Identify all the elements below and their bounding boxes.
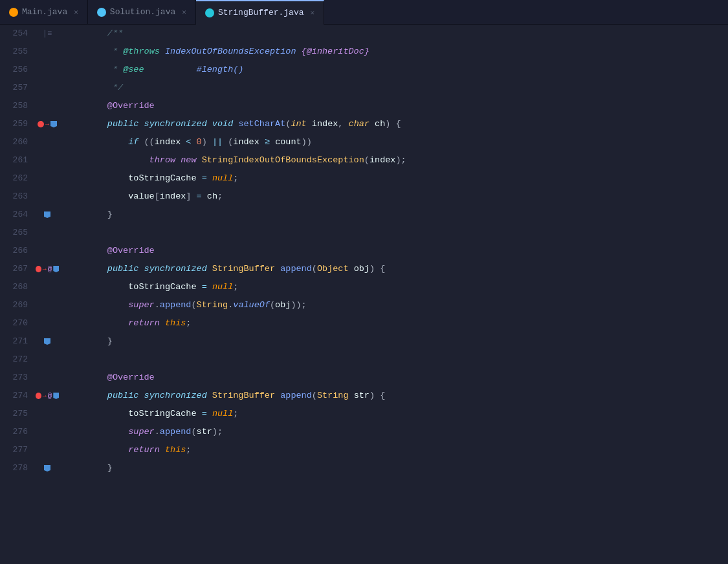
code-line-276: super.append(str); (59, 423, 728, 441)
code-token: ( (312, 260, 317, 278)
line-num-270: 270 (0, 314, 28, 332)
code-token: ( (223, 133, 233, 151)
code-token: obj (275, 296, 291, 314)
line-num-258: 258 (0, 97, 28, 115)
bookmark-278[interactable] (44, 465, 50, 472)
code-token: append (280, 260, 312, 278)
gutter-255 (36, 43, 59, 61)
code-line-277: return this; (59, 441, 728, 459)
code-token: index (155, 133, 181, 151)
code-line-255: * @throws IndexOutOfBoundsException {@in… (59, 43, 728, 61)
gutter-254: |≡ (36, 25, 59, 43)
code-token: StringBuffer (212, 260, 275, 278)
gutter-267: → @ (36, 260, 59, 278)
bookmark-267[interactable] (53, 266, 59, 272)
line-num-264: 264 (0, 206, 28, 224)
code-line-269: super.append(String.valueOf(obj)); (59, 296, 728, 314)
code-line-268: toStringCache = null; (59, 278, 728, 296)
code-token: ; (233, 169, 238, 188)
code-token: ) { (385, 115, 401, 133)
line-num-255: 255 (0, 43, 28, 61)
gutter-277 (36, 441, 59, 459)
debug-arrow-259: → (45, 121, 49, 128)
code-token: */ (65, 79, 123, 97)
code-token (160, 43, 165, 61)
code-token (259, 133, 265, 151)
code-token: ] (186, 188, 196, 206)
gutter-257 (36, 79, 59, 97)
code-line-272 (59, 351, 728, 369)
breakpoint-274[interactable] (36, 393, 41, 399)
code-line-260: if ((index < 0) || (index ≥ count)) (59, 133, 728, 151)
gutter-272 (36, 351, 59, 369)
code-token: obj (354, 260, 370, 278)
code-token: = (202, 405, 207, 423)
code-content[interactable]: /** * @throws IndexOutOfBoundsException … (59, 25, 728, 564)
tab-main[interactable]: Main.java ✕ (0, 0, 88, 25)
code-token: [ (155, 188, 160, 206)
bookmark-264[interactable] (44, 212, 50, 218)
bookmark-271[interactable] (44, 338, 50, 345)
tab-stringbuffer[interactable]: StringBuffer.java ✕ (196, 0, 324, 25)
line-num-254: 254 (0, 25, 28, 43)
bookmark-274[interactable] (53, 393, 59, 399)
code-token: = (197, 188, 202, 206)
code-token (207, 278, 212, 296)
code-token: IndexOutOfBoundsException (165, 43, 296, 61)
tab-solution[interactable]: Solution.java ✕ (88, 0, 196, 25)
code-token: )); (291, 296, 306, 314)
code-token: toStringCache (65, 278, 197, 296)
tab-close-solution[interactable]: ✕ (182, 8, 186, 16)
code-token: str (354, 387, 370, 405)
code-line-258: @Override (59, 97, 728, 115)
tab-label-main: Main.java (22, 7, 67, 17)
code-line-265 (59, 224, 728, 242)
tab-close-stringbuffer[interactable]: ✕ (311, 8, 315, 17)
gutter-263 (36, 188, 59, 206)
code-token (207, 115, 212, 133)
code-token: * (65, 61, 123, 79)
code-line-274: public synchronized StringBuffer append(… (59, 387, 728, 405)
code-token: public (65, 115, 138, 133)
code-token (197, 405, 202, 423)
line-num-267: 267 (0, 260, 28, 278)
code-token: ) (202, 133, 212, 151)
code-token (160, 441, 165, 459)
code-token: ( (312, 387, 317, 405)
gutter-264 (36, 206, 59, 224)
code-token: toStringCache (65, 169, 197, 188)
gutter-260 (36, 133, 59, 151)
code-token: StringBuffer (212, 387, 275, 405)
bookmark-259[interactable] (50, 121, 57, 127)
code-line-267: public synchronized StringBuffer append(… (59, 260, 728, 278)
code-token: index (312, 115, 338, 133)
gutter-278 (36, 459, 59, 477)
code-token: )) (302, 133, 312, 151)
debug-arrow-274: → (43, 393, 47, 400)
code-token: . (155, 296, 160, 314)
gutter-275 (36, 405, 59, 423)
code-line-275: toStringCache = null; (59, 405, 728, 423)
tab-label-solution: Solution.java (110, 7, 175, 17)
code-token: synchronized (144, 115, 207, 133)
breakpoint-267[interactable] (36, 266, 41, 272)
line-num-275: 275 (0, 405, 28, 423)
fold-icon-254[interactable]: |≡ (43, 29, 52, 38)
code-token: null (212, 278, 233, 296)
code-token: throw (65, 151, 175, 169)
tab-close-main[interactable]: ✕ (74, 8, 78, 16)
line-num-257: 257 (0, 79, 28, 97)
code-token (160, 314, 165, 332)
code-token: ; (186, 441, 191, 459)
code-token: } (65, 459, 113, 477)
code-line-263: value[index] = ch; (59, 188, 728, 206)
code-token: = (202, 278, 207, 296)
code-token (349, 387, 354, 405)
debug-arrow-267: → (43, 266, 47, 273)
code-token (181, 133, 186, 151)
code-line-270: return this; (59, 314, 728, 332)
breakpoint-259[interactable] (38, 121, 44, 127)
code-token: String (317, 387, 349, 405)
code-token: * (65, 43, 123, 61)
code-token (370, 115, 375, 133)
